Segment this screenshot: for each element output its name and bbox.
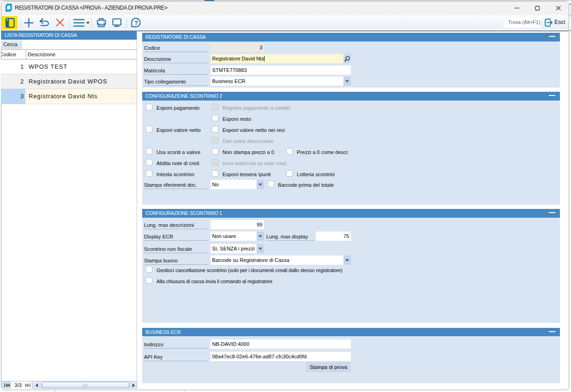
svg-text:?: ? — [134, 19, 138, 26]
